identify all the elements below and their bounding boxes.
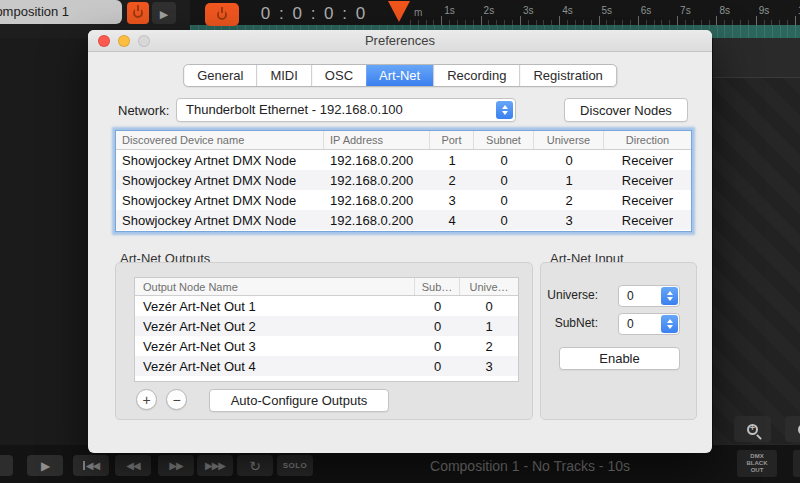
cell-device-name: Showjockey Artnet DMX Node — [116, 153, 324, 168]
zoom-in-button[interactable]: + — [734, 416, 771, 442]
column-header[interactable]: Port — [430, 131, 474, 149]
table-row[interactable]: Showjockey Artnet DMX Node 192.168.0.200… — [116, 190, 691, 210]
table-row[interactable]: Showjockey Artnet DMX Node 192.168.0.200… — [116, 150, 691, 170]
enable-input-button[interactable]: Enable — [559, 347, 680, 370]
transport-button-partial[interactable]: — — [0, 455, 13, 476]
table-header-row: Output Node Name Sub… Unive… — [135, 278, 518, 296]
tab-osc[interactable]: OSC — [311, 65, 366, 86]
window-title: Preferences — [88, 30, 712, 52]
loop-button[interactable]: ↻ — [237, 455, 273, 476]
tab-registration[interactable]: Registration — [519, 65, 615, 86]
cell-output-name: Vezér Art-Net Out 3 — [135, 339, 415, 354]
composition-tab[interactable]: Composition 1 — [0, 0, 122, 24]
timeline-power-button[interactable] — [205, 3, 239, 26]
fast-forward-fast-button[interactable]: ▶▶▶ — [197, 455, 233, 476]
blackout-line: DMX — [750, 453, 763, 459]
cell-direction: Receiver — [604, 193, 691, 208]
rewind-button[interactable]: ◀◀ — [115, 455, 151, 476]
discovered-devices-table[interactable]: Discovered Device name IP Address Port S… — [115, 130, 692, 232]
playhead-marker[interactable] — [388, 1, 410, 22]
column-header[interactable]: Unive… — [460, 278, 518, 295]
ruler-tick-label: 1s — [444, 5, 455, 16]
composition-power-button[interactable] — [127, 2, 149, 24]
cell-subnet: 0 — [415, 359, 460, 374]
table-row[interactable]: Vezér Art-Net Out 1 0 0 — [135, 296, 518, 316]
tab-midi[interactable]: MIDI — [256, 65, 310, 86]
composition-play-button[interactable]: ▶ — [152, 2, 176, 24]
cell-output-name: Vezér Art-Net Out 1 — [135, 299, 415, 314]
cell-subnet: 0 — [415, 299, 460, 314]
cell-ip: 192.168.0.200 — [324, 153, 430, 168]
cell-universe: 3 — [534, 213, 604, 228]
column-header[interactable]: Subnet — [474, 131, 534, 149]
cell-ip: 192.168.0.200 — [324, 173, 430, 188]
zoom-out-button[interactable]: − — [785, 416, 800, 442]
column-header[interactable]: Universe — [534, 131, 604, 149]
cell-universe: 3 — [460, 359, 518, 374]
ruler-tick — [677, 16, 678, 25]
subnet-stepper[interactable]: 0 — [618, 313, 680, 335]
table-row[interactable]: Vezér Art-Net Out 3 0 2 — [135, 336, 518, 356]
ruler-tick-label: 6s — [641, 5, 652, 16]
cell-subnet: 0 — [474, 213, 534, 228]
column-header[interactable]: Discovered Device name — [116, 131, 324, 149]
solo-button[interactable]: SOLO — [277, 455, 313, 476]
cell-universe: 0 — [460, 299, 518, 314]
cell-direction: Receiver — [604, 173, 691, 188]
tab-recording[interactable]: Recording — [433, 65, 519, 86]
blackout-line: BLACK — [747, 460, 768, 466]
power-icon — [133, 8, 143, 18]
table-row[interactable]: Vezér Art-Net Out 2 0 1 — [135, 316, 518, 336]
cell-universe: 1 — [460, 319, 518, 334]
stepper-arrows-icon[interactable] — [661, 315, 678, 333]
table-row[interactable]: Showjockey Artnet DMX Node 192.168.0.200… — [116, 210, 691, 230]
column-header[interactable]: IP Address — [324, 131, 430, 149]
stepper-arrows-icon[interactable] — [661, 287, 678, 305]
cell-port: 3 — [430, 193, 474, 208]
preferences-tabs: General MIDI OSC Art-Net Recording Regis… — [183, 64, 617, 87]
add-output-button[interactable]: + — [136, 389, 157, 410]
cell-subnet: 0 — [474, 173, 534, 188]
subnet-value: 0 — [627, 317, 634, 331]
fast-forward-button[interactable]: ▶▶ — [158, 455, 194, 476]
cell-ip: 192.168.0.200 — [324, 193, 430, 208]
cell-ip: 192.168.0.200 — [324, 213, 430, 228]
column-header[interactable]: Sub… — [415, 278, 460, 295]
ruler-tick-label: 7s — [680, 5, 691, 16]
ruler-tick — [795, 16, 796, 25]
table-row[interactable]: Vezér Art-Net Out 4 0 3 — [135, 356, 518, 376]
transport-button-partial-right[interactable] — [793, 450, 800, 477]
universe-stepper[interactable]: 0 — [618, 285, 680, 307]
outputs-table[interactable]: Output Node Name Sub… Unive… Vezér Art-N… — [134, 277, 519, 382]
magnifier-plus-icon: + — [747, 424, 758, 435]
cell-port: 4 — [430, 213, 474, 228]
dmx-blackout-button[interactable]: DMX BLACK OUT — [737, 450, 777, 477]
auto-configure-outputs-button[interactable]: Auto-Configure Outputs — [209, 389, 389, 412]
column-header[interactable]: Direction — [604, 131, 691, 149]
network-select[interactable]: Thunderbolt Ethernet - 192.168.0.100 — [176, 98, 516, 122]
power-icon — [217, 10, 227, 20]
ruler-tick-label: 2s — [484, 5, 495, 16]
skip-to-start-button[interactable]: ◀◀ — [73, 455, 109, 476]
remove-output-button[interactable]: − — [166, 389, 187, 410]
outputs-groupbox: Output Node Name Sub… Unive… Vezér Art-N… — [115, 262, 533, 420]
timecode-display: 0 : 0 : 0 : 0 — [243, 4, 385, 24]
track-area — [712, 38, 800, 445]
ruler-tick-label: 8s — [719, 5, 730, 16]
network-label: Network: — [118, 103, 169, 118]
tab-general[interactable]: General — [184, 65, 256, 86]
ruler-tick — [481, 16, 482, 25]
play-button[interactable]: ▶ — [27, 455, 63, 476]
cell-device-name: Showjockey Artnet DMX Node — [116, 193, 324, 208]
tab-artnet[interactable]: Art-Net — [366, 65, 433, 86]
cell-port: 1 — [430, 153, 474, 168]
track-area-header — [713, 38, 800, 78]
table-row[interactable]: Showjockey Artnet DMX Node 192.168.0.200… — [116, 170, 691, 190]
cell-subnet: 0 — [415, 339, 460, 354]
input-groupbox: Universe: 0 SubNet: 0 Enable — [540, 262, 697, 420]
column-header[interactable]: Output Node Name — [135, 278, 415, 295]
track-area-body — [713, 78, 800, 444]
cell-device-name: Showjockey Artnet DMX Node — [116, 213, 324, 228]
app-window: 1s2s3s4s5s6s7s8s9s10s Composition 1 ▶ 0 … — [0, 0, 800, 483]
discover-nodes-button[interactable]: Discover Nodes — [564, 98, 688, 122]
